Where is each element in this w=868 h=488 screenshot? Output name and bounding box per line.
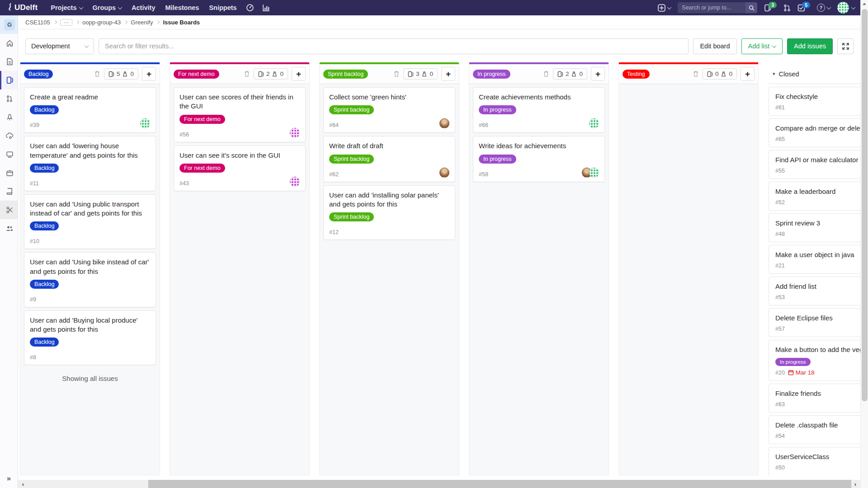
scroll-left-arrow[interactable]: ‹ (19, 480, 27, 488)
closed-issue-card[interactable]: Find API or make calculator for CO2 #55 (769, 150, 860, 179)
add-list-button[interactable]: Add list (741, 38, 783, 54)
card-label-pill[interactable]: Backlog (30, 338, 59, 347)
issues-shortcut[interactable]: 3 (764, 4, 777, 12)
delete-list-icon[interactable] (393, 70, 400, 77)
issue-card[interactable]: Collect some 'green hints' Sprint backlo… (323, 87, 455, 133)
closed-issue-card[interactable]: Delete Eclipse files #57 (769, 308, 860, 337)
delete-list-icon[interactable] (94, 70, 100, 77)
nav-item-projects[interactable]: Projects (46, 0, 87, 15)
closed-issue-card[interactable]: Finalize friends #63 (769, 384, 860, 413)
chart-icon[interactable] (258, 0, 274, 15)
column-label-pill[interactable]: Testing (623, 70, 650, 79)
delete-list-icon[interactable] (543, 70, 549, 77)
closed-issue-card[interactable]: Fix checkstyle #61 (769, 87, 860, 116)
breadcrumb-ellipsis-button[interactable]: … (60, 19, 72, 26)
breadcrumb-project[interactable]: Greenify (131, 19, 153, 26)
delete-list-icon[interactable] (693, 70, 699, 77)
closed-issue-card[interactable]: Sprint review 3 #48 (769, 213, 860, 242)
issue-card[interactable]: Write draft of draft Sprint backlog #62 (323, 136, 455, 182)
sidebar-item-merge-requests[interactable] (0, 89, 18, 108)
assignee-avatar[interactable] (439, 168, 449, 178)
closed-issue-card[interactable]: Delete .classpath file #54 (769, 415, 860, 444)
issue-card[interactable]: User can add 'Buying local produce' and … (24, 310, 156, 366)
issue-card[interactable]: User can add 'installing solar panels' a… (323, 185, 455, 240)
horizontal-scrollbar-thumb[interactable] (148, 480, 851, 488)
sidebar-item-issue-boards[interactable] (0, 71, 18, 89)
delete-list-icon[interactable] (244, 70, 250, 77)
assignee-avatar[interactable] (290, 177, 300, 187)
issue-card[interactable]: Write ideas for achievements In progress… (473, 136, 605, 182)
scroll-right-arrow[interactable]: › (851, 480, 859, 488)
add-issues-button[interactable]: Add issues (787, 38, 833, 54)
assignee-avatar[interactable] (589, 168, 599, 178)
board-filter-input[interactable] (99, 38, 689, 54)
issue-card[interactable]: User can add 'Using bike instead of car'… (24, 252, 156, 307)
nav-item-activity[interactable]: Activity (127, 0, 160, 15)
breadcrumb-subgroup[interactable]: oopp-group-43 (82, 19, 121, 26)
add-card-button[interactable]: + (591, 67, 605, 81)
closed-issue-card[interactable]: Make a user object in java #21 (769, 245, 860, 274)
fullscreen-button[interactable] (837, 38, 854, 54)
add-card-button[interactable]: + (292, 67, 306, 81)
card-label-pill[interactable]: In progress (775, 358, 811, 366)
add-card-button[interactable]: + (142, 67, 156, 81)
card-label-pill[interactable]: For next demo (179, 115, 225, 124)
global-search-input[interactable] (678, 2, 745, 13)
closed-issue-card[interactable]: Make a leaderboard #52 (769, 182, 860, 211)
search-icon[interactable] (745, 2, 757, 13)
issue-card[interactable]: User can see scores of their friends in … (174, 87, 306, 142)
add-card-button[interactable]: + (441, 67, 455, 81)
closed-issue-card[interactable]: Add friend list #53 (769, 277, 860, 305)
issue-card[interactable]: Create a great readme Backlog #39 (24, 87, 156, 133)
nav-item-groups[interactable]: Groups (88, 0, 127, 15)
edit-board-button[interactable]: Edit board (693, 38, 736, 54)
sidebar-item-project-overview[interactable]: G (0, 15, 18, 34)
closed-issue-card[interactable]: UserServiceClass #50 (769, 447, 860, 475)
dashboard-gauge-icon[interactable] (242, 0, 258, 15)
closed-issue-card[interactable]: Make a button to add the vegetarian In p… (769, 340, 860, 381)
card-label-pill[interactable]: Backlog (30, 280, 59, 289)
tudelft-logo[interactable]: UDelft (6, 3, 38, 12)
card-label-pill[interactable]: In progress (479, 155, 516, 164)
card-label-pill[interactable]: In progress (479, 105, 516, 114)
issue-card[interactable]: User can see it's score in the GUI For n… (174, 145, 306, 191)
sidebar-collapse-toggle[interactable]: » (0, 469, 18, 488)
closed-column-header[interactable]: ▾ Closed (768, 64, 860, 84)
column-label-pill[interactable]: In progress (473, 70, 510, 79)
card-label-pill[interactable]: Backlog (30, 221, 59, 230)
column-label-pill[interactable]: Sprint backlog (323, 70, 368, 79)
scroll-up-arrow[interactable] (861, 0, 868, 7)
sidebar-item-repository[interactable] (0, 52, 18, 71)
nav-item-milestones[interactable]: Milestones (160, 0, 204, 15)
new-menu-button[interactable] (658, 4, 671, 12)
assignee-avatar[interactable] (439, 118, 449, 128)
card-label-pill[interactable]: Backlog (30, 164, 59, 173)
sidebar-item-ci-cd[interactable] (0, 108, 18, 127)
board-switcher-dropdown[interactable]: Development (25, 38, 94, 54)
issue-card[interactable]: Create achievements methods In progress … (473, 87, 605, 133)
sidebar-item-wiki[interactable] (0, 182, 18, 201)
issue-card[interactable]: User can add 'lowering house temperature… (24, 136, 156, 191)
sidebar-item-operations[interactable] (0, 127, 18, 145)
card-label-pill[interactable]: Sprint backlog (329, 155, 374, 164)
sidebar-item-home[interactable] (0, 34, 18, 52)
sidebar-item-packages[interactable] (0, 164, 18, 182)
todos-shortcut[interactable]: 5 (797, 4, 810, 12)
card-label-pill[interactable]: Sprint backlog (329, 105, 374, 114)
merge-requests-shortcut[interactable] (783, 4, 791, 12)
card-label-pill[interactable]: For next demo (179, 164, 225, 173)
assignee-avatar[interactable] (140, 118, 150, 128)
nav-item-snippets[interactable]: Snippets (204, 0, 241, 15)
vertical-scrollbar[interactable] (860, 0, 868, 488)
column-label-pill[interactable]: Backlog (24, 70, 53, 79)
vertical-scrollbar-thumb[interactable] (862, 9, 868, 401)
horizontal-scrollbar[interactable]: ‹ › (18, 480, 860, 488)
sidebar-item-monitor[interactable] (0, 145, 18, 164)
closed-issue-card[interactable]: Compare adn merge or delete old b #65 (769, 118, 860, 147)
sidebar-item-members[interactable] (0, 219, 18, 238)
issue-card[interactable]: User can add 'Using public transport ins… (24, 194, 156, 249)
assignee-avatar[interactable] (290, 128, 300, 138)
assignee-avatar[interactable] (589, 118, 599, 128)
column-label-pill[interactable]: For next demo (174, 70, 219, 79)
user-menu[interactable] (837, 2, 855, 14)
